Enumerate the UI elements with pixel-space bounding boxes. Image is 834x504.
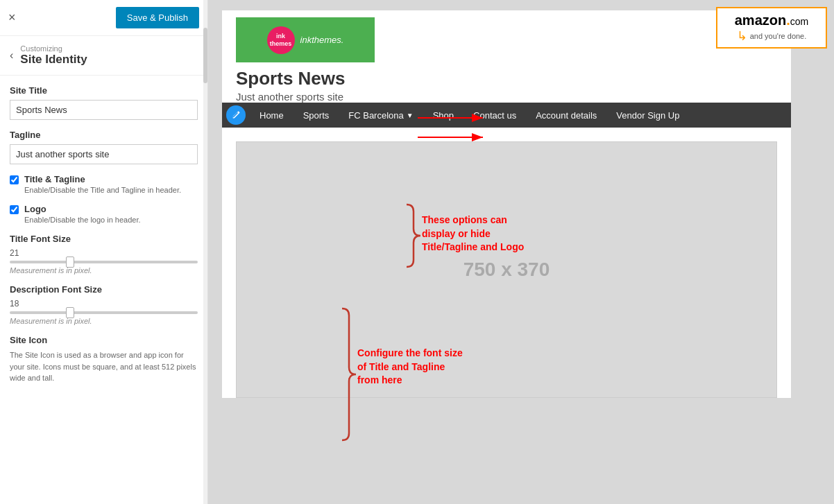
logo-text: inkthemes. [300,35,344,45]
logo-main-label: Logo [24,204,141,214]
desc-font-size-slider-thumb[interactable] [66,307,74,318]
fc-barcelona-dropdown-icon: ▼ [407,112,414,119]
panel-header: ‹ Customizing Site Identity [0,36,207,76]
right-panel: amazon . com ↳ and you're done. inktheme… [208,0,834,504]
logo-inner-text: inkthemes [270,33,292,48]
title-font-size-slider-container [10,261,198,263]
top-bar: × Save & Publish [0,0,207,36]
amazon-arrow-icon: ↳ [737,28,747,44]
save-publish-button[interactable]: Save & Publish [116,7,199,28]
nav-item-vendor-sign-up[interactable]: Vendor Sign Up [606,103,689,128]
hero-placeholder: 750 x 370 [236,141,777,398]
logo-text-block: Logo Enable/Disable the logo in header. [24,204,141,224]
site-header: inkthemes inkthemes. Sports News Just an… [222,10,791,103]
nav-item-fc-barcelona[interactable]: FC Barcelona ▼ [339,103,423,128]
site-icon-desc: The Site Icon is used as a browser and a… [10,349,198,384]
site-title-input[interactable] [10,100,198,120]
scrollbar-thumb[interactable] [203,28,207,83]
title-tagline-checkbox-row: Title & Tagline Enable/Disable the Title… [10,174,198,194]
font-size-callout-text: Configure the font size of Title and Tag… [357,347,465,388]
customizing-label: Customizing [20,44,87,53]
title-tagline-text-block: Title & Tagline Enable/Disable the Title… [24,174,181,194]
edit-icon-circle[interactable] [226,105,246,125]
site-tagline-display: Just another sports site [236,91,777,103]
panel-header-text: Customizing Site Identity [20,44,87,67]
logo-inner: inkthemes [267,26,295,54]
desc-font-size-section: Description Font Size 18 Measurement is … [10,284,198,325]
preview-white-area: inkthemes inkthemes. Sports News Just an… [222,10,791,398]
title-font-size-label: Title Font Size [10,234,198,244]
amazon-text: amazon . com ↳ and you're done. [735,12,808,44]
nav-bar: Home Sports FC Barcelona ▼ Shop Contact … [222,103,791,128]
amazon-arrow-row: ↳ and you're done. [737,28,807,44]
nav-item-contact-us[interactable]: Contact us [463,103,526,128]
desc-font-size-slider-container [10,311,198,314]
title-font-size-section: Title Font Size 21 Measurement is in pix… [10,234,198,275]
pencil-icon [231,110,241,120]
back-arrow-icon[interactable]: ‹ [10,49,13,62]
title-tagline-main-label: Title & Tagline [24,174,181,184]
title-font-size-slider-thumb[interactable] [66,257,74,268]
title-font-size-value: 21 [10,248,198,258]
site-title-field-group: Site Title [10,85,198,120]
logo-checkbox[interactable] [10,205,19,214]
site-identity-label: Site Identity [20,53,87,67]
site-icon-section: Site Icon The Site Icon is used as a bro… [10,335,198,384]
amazon-tagline: and you're done. [750,32,807,40]
desc-font-size-slider-track[interactable] [10,311,198,314]
amazon-logo-name: amazon [735,12,786,28]
site-title-display: Sports News [236,68,777,89]
options-callout: These options can display or hide Title/… [422,214,533,254]
amazon-logo: amazon . com [735,12,808,28]
title-tagline-checkbox[interactable] [10,175,19,184]
font-size-callout: Configure the font size of Title and Tag… [357,347,465,388]
tagline-input[interactable] [10,144,198,164]
panel-content: Site Title Tagline Title & Tagline Enabl… [0,76,207,504]
nav-item-account-details[interactable]: Account details [526,103,606,128]
nav-item-shop[interactable]: Shop [423,103,463,128]
site-title-label: Site Title [10,85,198,96]
site-icon-label: Site Icon [10,335,198,345]
logo-checkbox-row: Logo Enable/Disable the logo in header. [10,204,198,224]
tagline-field-group: Tagline [10,130,198,164]
logo-banner: inkthemes inkthemes. [236,17,375,62]
desc-font-size-value: 18 [10,299,198,309]
desc-measurement-note: Measurement is in pixel. [10,317,198,325]
title-tagline-sub-label: Enable/Disable the Title and Tagline in … [24,186,181,194]
options-callout-text: These options can display or hide Title/… [422,214,533,254]
nav-item-home[interactable]: Home [250,103,293,128]
amazon-ad: amazon . com ↳ and you're done. [716,7,827,49]
close-icon[interactable]: × [8,10,16,25]
desc-font-size-label: Description Font Size [10,284,198,295]
left-panel: × Save & Publish ‹ Customizing Site Iden… [0,0,208,504]
title-font-size-slider-track[interactable] [10,261,198,263]
tagline-label: Tagline [10,130,198,140]
amazon-com: com [790,16,808,27]
hero-dimensions: 750 x 370 [463,259,550,281]
title-measurement-note: Measurement is in pixel. [10,266,198,275]
scrollbar-track[interactable] [203,0,207,504]
logo-sub-label: Enable/Disable the logo in header. [24,216,141,224]
nav-item-sports[interactable]: Sports [293,103,339,128]
